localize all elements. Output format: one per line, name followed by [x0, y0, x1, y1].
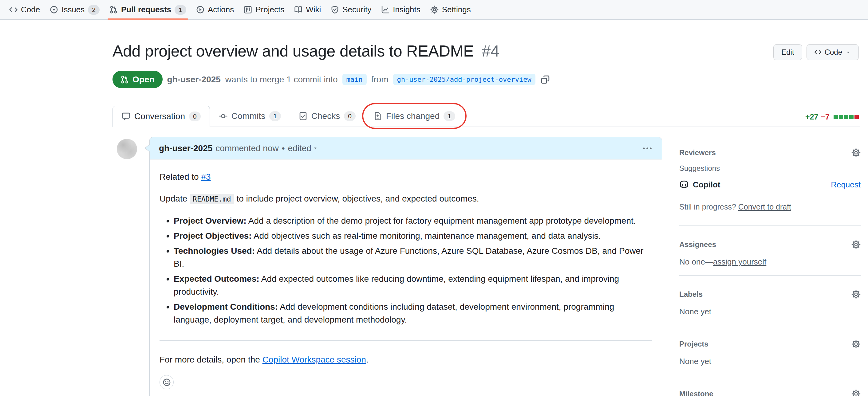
issue-opened-icon [50, 5, 58, 14]
list-item: Expected Outcomes: Add expected outcomes… [174, 272, 652, 298]
footer-prefix-text: For more details, open the [159, 355, 262, 364]
nav-tab-settings[interactable]: Settings [425, 0, 476, 19]
chevron-down-icon [313, 145, 318, 151]
comment-bullet-list: Project Overview: Add a description of t… [159, 214, 652, 326]
nav-tab-label: Insights [393, 5, 421, 14]
nav-tab-security[interactable]: Security [326, 0, 376, 19]
copilot-name: Copilot [693, 180, 720, 190]
diffstat-block [855, 115, 859, 119]
base-branch-chip[interactable]: main [342, 74, 367, 85]
assignees-empty-text: No one— [679, 257, 713, 266]
assignees-empty-row: No one—assign yourself [679, 257, 861, 267]
copilot-workspace-link[interactable]: Copilot Workspace session [262, 355, 366, 364]
comment-icon [122, 112, 130, 121]
projects-section: Projects None yet [679, 325, 861, 375]
reviewers-section: Reviewers Suggestions Copilot Request St… [679, 148, 861, 226]
comment-header: gh-user-2025 commented now • edited [150, 137, 662, 160]
code-dropdown-button[interactable]: Code [807, 44, 859, 60]
assign-yourself-link[interactable]: assign yourself [713, 257, 766, 266]
edited-dropdown[interactable]: edited [288, 143, 318, 153]
related-issue-link[interactable]: #3 [201, 172, 211, 182]
header-actions: Edit Code [773, 44, 859, 60]
comment-body: Related to #3 Update README.md to includ… [150, 160, 662, 396]
nav-tab-label: Code [21, 5, 40, 14]
copy-branch-icon[interactable] [541, 75, 550, 84]
milestone-heading-row: Milestone [679, 389, 861, 396]
edited-label: edited [288, 143, 311, 153]
tab-commits[interactable]: Commits 1 [210, 106, 290, 127]
diffstat-block [844, 115, 848, 119]
kebab-menu-icon[interactable] [642, 143, 653, 154]
gear-icon[interactable] [851, 148, 861, 157]
commit-icon [219, 112, 227, 121]
dot-separator: • [282, 143, 285, 153]
pr-state-label: Open [132, 75, 155, 85]
add-reaction-button[interactable] [159, 375, 174, 389]
pr-author-link[interactable]: gh-user-2025 [167, 75, 221, 85]
tab-files-changed[interactable]: Files changed 1 [365, 106, 464, 127]
comment-author-link[interactable]: gh-user-2025 [159, 143, 212, 153]
copilot-icon [679, 180, 689, 190]
projects-heading: Projects [679, 340, 709, 349]
bullet-bold: Development Conditions: [174, 302, 278, 311]
nav-tab-insights[interactable]: Insights [376, 0, 425, 19]
checklist-icon [299, 112, 307, 121]
nav-tab-issues[interactable]: Issues 2 [45, 0, 104, 19]
bullet-bold: Project Overview: [174, 216, 247, 226]
nav-tab-label: Projects [255, 5, 284, 14]
additions-count: +27 [805, 112, 818, 121]
bullet-bold: Expected Outcomes: [174, 274, 259, 284]
pr-title: Add project overview and usage details t… [113, 42, 499, 60]
git-pull-request-icon [110, 5, 118, 14]
reviewers-heading: Reviewers [679, 148, 716, 157]
convert-to-draft-link[interactable]: Convert to draft [738, 202, 791, 211]
pr-number: #4 [482, 42, 499, 60]
merge-description: wants to merge 1 commit into [225, 75, 338, 85]
nav-tab-pull-requests[interactable]: Pull requests 1 [104, 0, 191, 19]
tab-label: Commits [231, 111, 265, 121]
list-item: Development Conditions: Add development … [174, 300, 652, 326]
edit-button[interactable]: Edit [773, 44, 802, 60]
nav-tab-actions[interactable]: Actions [191, 0, 239, 19]
markdown-divider [159, 340, 652, 341]
request-review-link[interactable]: Request [831, 180, 861, 190]
tab-label: Checks [311, 111, 340, 121]
nav-tab-wiki[interactable]: Wiki [289, 0, 326, 19]
pr-state-badge: Open [113, 71, 163, 88]
gear-icon[interactable] [851, 389, 861, 396]
pr-comment: gh-user-2025 commented now • edited Rela… [149, 137, 662, 396]
assignees-heading: Assignees [679, 240, 716, 249]
issues-count-badge: 2 [88, 5, 100, 15]
diffstat-block [834, 115, 838, 119]
gear-icon[interactable] [851, 339, 861, 349]
nav-tab-label: Settings [442, 5, 471, 14]
tab-conversation[interactable]: Conversation 0 [113, 106, 210, 127]
commits-count-badge: 1 [269, 111, 281, 121]
comment-author-avatar[interactable] [117, 139, 137, 159]
nav-tab-label: Security [342, 5, 371, 14]
gear-icon[interactable] [851, 290, 861, 299]
nav-tab-label: Pull requests [121, 5, 171, 14]
update-prefix-text: Update [159, 194, 190, 203]
repo-nav: Code Issues 2 Pull requests 1 Actions Pr… [0, 0, 868, 20]
labels-heading-row: Labels [679, 290, 861, 299]
list-item: Technologies Used: Add details about the… [174, 244, 652, 270]
play-icon [196, 5, 205, 14]
labels-section: Labels None yet [679, 275, 861, 325]
gear-icon [430, 5, 439, 14]
git-pull-request-icon [121, 75, 129, 84]
nav-tab-code[interactable]: Code [4, 0, 45, 19]
diffstat-blocks [833, 115, 859, 119]
diffstat-block [849, 115, 854, 119]
chevron-down-icon [845, 50, 851, 55]
nav-tab-projects[interactable]: Projects [239, 0, 289, 19]
edit-button-label: Edit [781, 48, 794, 57]
head-branch-chip[interactable]: gh-user-2025/add-project-overview [393, 74, 535, 85]
tab-checks[interactable]: Checks 0 [290, 106, 365, 127]
pr-meta: Open gh-user-2025 wants to merge 1 commi… [113, 71, 550, 88]
gear-icon[interactable] [851, 240, 861, 249]
assignees-section: Assignees No one—assign yourself [679, 226, 861, 275]
deletions-count: −7 [821, 112, 830, 121]
assignees-heading-row: Assignees [679, 240, 861, 249]
related-paragraph: Related to #3 [159, 170, 652, 184]
